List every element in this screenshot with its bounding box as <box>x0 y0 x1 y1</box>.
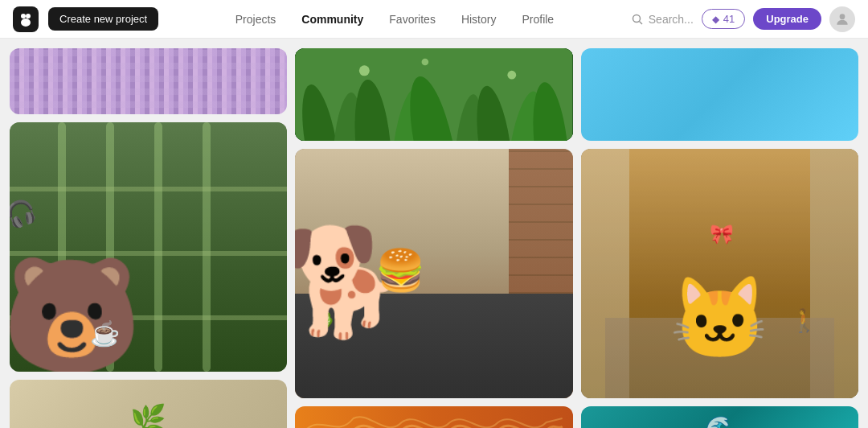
shelf-1 <box>10 187 287 191</box>
coffee-cup-emoji: ☕ <box>90 319 120 348</box>
svg-point-1 <box>26 14 31 19</box>
svg-point-17 <box>422 59 429 66</box>
card-sky-blue[interactable] <box>581 48 858 141</box>
card-seaweed[interactable] <box>295 48 572 141</box>
nav-link-projects[interactable]: Projects <box>235 13 276 26</box>
card-bear-library[interactable]: 🐻 ☕ 🎧 <box>10 122 287 372</box>
seaweed-bg <box>295 48 572 141</box>
kitty-scene: 🐱 🎀 🚶 <box>581 149 858 398</box>
sky-bg <box>581 48 858 141</box>
svg-point-16 <box>359 65 370 76</box>
svg-point-5 <box>840 14 845 19</box>
nav-links: Projects Community Favorites History Pro… <box>168 13 621 26</box>
card-knitting[interactable] <box>10 48 287 114</box>
nav-link-community[interactable]: Community <box>301 13 363 26</box>
card-orange-pattern[interactable] <box>295 406 572 428</box>
nav-link-history[interactable]: History <box>461 13 497 26</box>
svg-point-2 <box>21 19 31 27</box>
image-grid: 🐻 ☕ 🎧 🌿 <box>0 39 868 428</box>
card-hello-kitty[interactable]: 🐱 🎀 🚶 <box>581 149 858 398</box>
burger-emoji: 🍔 <box>375 247 425 294</box>
svg-point-3 <box>633 14 640 22</box>
logo-button[interactable] <box>13 6 39 32</box>
seaweed-svg <box>295 48 572 141</box>
bear-emoji: 🐻 <box>10 259 142 372</box>
svg-line-4 <box>639 21 642 24</box>
search-icon <box>631 13 644 26</box>
nav-link-profile[interactable]: Profile <box>522 13 554 26</box>
grid-column-2: 🥬 🐕 🍔 <box>295 48 572 418</box>
nav-link-favorites[interactable]: Favorites <box>389 13 436 26</box>
search-placeholder: Search... <box>649 13 694 26</box>
grid-column-1: 🐻 ☕ 🎧 🌿 <box>10 48 287 418</box>
credits-button[interactable]: ◆ 41 <box>702 9 745 29</box>
column-4 <box>203 122 211 372</box>
bear-library-bg: 🐻 ☕ 🎧 <box>10 122 287 372</box>
avatar-icon <box>834 11 850 27</box>
orange-pattern-bg <box>295 406 572 428</box>
svg-point-18 <box>508 71 517 80</box>
orange-svg <box>295 406 572 428</box>
grid-column-3: 🐱 🎀 🚶 🌊 <box>581 48 858 418</box>
leaves-bg: 🌿 <box>10 380 287 428</box>
avatar[interactable] <box>829 6 855 32</box>
credits-count: 41 <box>723 13 735 25</box>
card-teal[interactable]: 🌊 <box>581 406 858 428</box>
teal-emoji: 🌊 <box>581 406 858 428</box>
nav-right: Search... ◆ 41 Upgrade <box>631 6 855 32</box>
dog-scene: 🥬 🐕 🍔 <box>295 149 572 398</box>
leaves-emoji: 🌿 <box>10 380 287 428</box>
card-leaves[interactable]: 🌿 <box>10 380 287 428</box>
knitting-texture <box>10 48 287 114</box>
search-bar[interactable]: Search... <box>631 13 694 26</box>
teal-bg: 🌊 <box>581 406 858 428</box>
svg-point-0 <box>21 14 26 19</box>
warm-overlay <box>581 149 858 398</box>
navbar: Create new project Projects Community Fa… <box>0 0 868 39</box>
upgrade-button[interactable]: Upgrade <box>753 8 821 30</box>
column-3 <box>154 122 162 372</box>
card-dog-burger[interactable]: 🥬 🐕 🍔 <box>295 149 572 398</box>
create-project-button[interactable]: Create new project <box>48 7 158 31</box>
diamond-icon: ◆ <box>712 14 719 25</box>
